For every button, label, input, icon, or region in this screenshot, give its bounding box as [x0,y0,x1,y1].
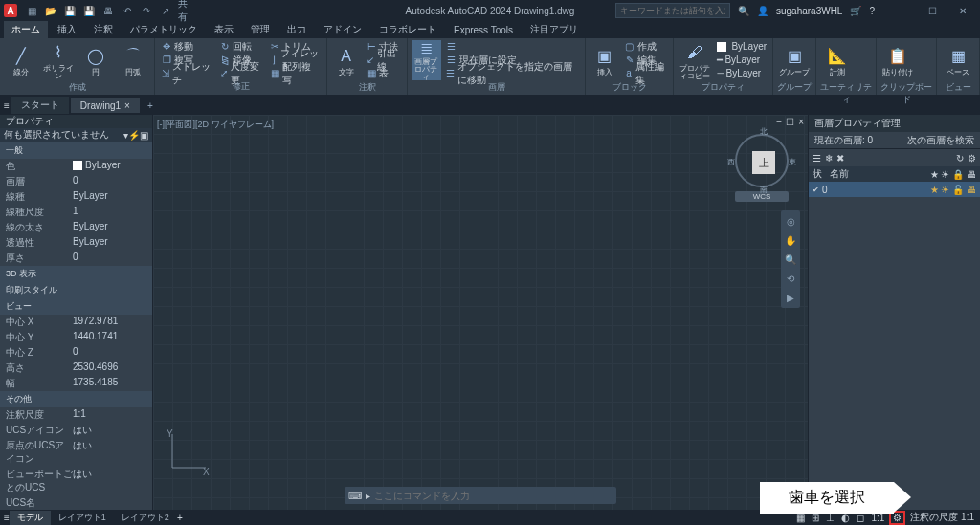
prop-lineweight-value[interactable]: ByLayer [73,221,146,234]
nav-zoom-icon[interactable]: 🔍 [783,251,798,268]
layer-match-button[interactable]: ☰ [444,40,582,53]
selection-dropdown[interactable]: 何も選択されていません▾⚡▣ [0,128,152,142]
tab-featured[interactable]: 注目アプリ [523,21,586,38]
viewcube-north[interactable]: 北 [760,126,768,137]
prop-color-value[interactable]: ByLayer [73,160,146,173]
prop-ucsicon-value[interactable]: はい [73,424,146,437]
nav-orbit-icon[interactable]: ⟲ [783,270,798,287]
prop-ltscale-value[interactable]: 1 [73,206,146,219]
block-insert-button[interactable]: ▣挿入 [590,40,619,80]
stretch-button[interactable]: ⇲ストレッチ [159,67,214,79]
layout-tab-layout1[interactable]: レイアウト1 [51,511,114,525]
nav-showmotion-icon[interactable]: ▶ [783,289,798,306]
file-tab-start[interactable]: スタート [11,97,69,114]
qat-save-icon[interactable]: 💾 [63,4,77,17]
prop-height-value[interactable]: 2530.4696 [73,361,146,375]
tab-view[interactable]: 表示 [207,21,241,38]
qat-new-icon[interactable]: ▦ [25,4,38,17]
prop-transparency-value[interactable]: ByLayer [73,236,146,250]
prop-centery-value[interactable]: 1440.1741 [73,331,146,344]
group-button[interactable]: ▣グループ [777,40,812,80]
new-tab-button[interactable]: + [142,98,159,113]
tab-annotate[interactable]: 注釈 [86,21,121,38]
prop-ucspervp-value[interactable]: はい [73,468,146,494]
tab-manage[interactable]: 管理 [243,21,278,38]
block-create-button[interactable]: ▢作成 [622,40,669,53]
nav-pan-icon[interactable]: ✋ [783,231,798,249]
polyline-button[interactable]: ⌇ポリライン [41,40,76,80]
viewport-minimize-icon[interactable]: − [776,117,782,127]
quickselect-icon[interactable]: ⚡ [128,130,140,141]
viewcube-east[interactable]: 東 [789,157,796,167]
viewport-maximize-icon[interactable]: ☐ [786,117,794,127]
layer-row-0[interactable]: ✔ 0 ★ ☀ 🔓 🖶 [809,182,980,197]
rotate-button[interactable]: ↻回転 [217,40,264,53]
layer-move-button[interactable]: ☰オブジェクトを指定の画層に移動 [444,67,582,79]
prop-centerx-value[interactable]: 1972.9781 [73,316,146,329]
command-line[interactable]: ⌨ ▸ [345,487,616,504]
tab-collab[interactable]: コラボレート [371,21,444,38]
viewcube-west[interactable]: 西 [727,157,735,167]
prop-annoscale-value[interactable]: 1:1 [73,408,146,422]
status-ortho-icon[interactable]: ⊥ [824,513,836,523]
measure-button[interactable]: 📐計測 [820,40,855,80]
nav-wheel-icon[interactable]: ◎ [783,212,798,230]
hamburger-icon[interactable]: ≡ [4,100,10,111]
ucs-icon[interactable]: Y X [163,429,211,477]
close-button[interactable]: ✕ [949,2,976,19]
linetype-dropdown[interactable]: ─ByLayer [715,67,768,79]
tab-home[interactable]: ホーム [4,21,48,38]
qat-redo-icon[interactable]: ↷ [140,4,153,17]
viewcube-south[interactable]: 南 [760,185,768,195]
viewport-label[interactable]: [-][平面図][2D ワイヤフレーム] [157,119,274,131]
text-button[interactable]: A文字 [331,40,361,80]
user-icon[interactable]: 👤 [757,6,768,16]
help-icon[interactable]: ? [869,6,875,16]
baseview-button[interactable]: ▦ベース [941,40,975,80]
prop-centerz-value[interactable]: 0 [73,346,146,360]
circle-button[interactable]: ◯円 [78,40,113,80]
layer-delete-icon[interactable]: ✖ [836,153,844,164]
qat-share-label[interactable]: 共有 [178,4,191,17]
match-properties-button[interactable]: 🖌プロパティコピー [678,40,712,80]
username[interactable]: sugahara3WHL [776,6,842,16]
layer-settings-icon[interactable]: ⚙ [968,153,976,164]
array-button[interactable]: ▦配列複写 [267,67,323,79]
qat-undo-icon[interactable]: ↶ [121,4,134,17]
tab-close-icon[interactable]: × [124,100,130,111]
block-attrib-button[interactable]: a属性編集 [622,67,669,79]
prop-layer-value[interactable]: 0 [73,175,146,188]
line-button[interactable]: ╱線分 [4,40,38,80]
move-button[interactable]: ✥移動 [159,40,214,53]
color-dropdown[interactable]: ByLayer [715,40,768,53]
viewcube-top-face[interactable]: 上 [752,151,775,174]
paste-button[interactable]: 📋貼り付け [880,40,915,80]
layer-freeze-icon[interactable]: ❄ [825,153,833,164]
status-snap-icon[interactable]: ⊞ [810,513,821,523]
status-osnap-icon[interactable]: ◻ [855,513,866,523]
file-tab-drawing1[interactable]: Drawing1× [71,98,140,113]
drawing-canvas[interactable]: [-][平面図][2D ワイヤフレーム] −☐× 北 南 東 西 上 WCS ◎… [153,115,808,510]
lineweight-dropdown[interactable]: ━ByLayer [715,54,768,66]
status-polar-icon[interactable]: ◐ [839,513,852,523]
tab-output[interactable]: 出力 [279,21,314,38]
viewcube[interactable]: 北 南 東 西 上 WCS [735,134,789,187]
help-search-input[interactable] [615,3,730,18]
tab-insert[interactable]: 挿入 [50,21,84,38]
minimize-button[interactable]: − [888,2,915,19]
status-scale[interactable]: 1:1 [869,513,886,523]
qat-share-icon[interactable]: ↗ [159,4,172,17]
tab-express[interactable]: Express Tools [446,23,521,37]
tab-parametric[interactable]: パラメトリック [122,21,205,38]
pickadd-icon[interactable]: ▣ [140,130,148,141]
scale-button[interactable]: ⤢尺度変更 [217,67,264,79]
qat-saveas-icon[interactable]: 💾 [82,4,96,17]
prop-ucsorigin-value[interactable]: はい [73,439,146,466]
tab-addins[interactable]: アドイン [316,21,369,38]
maximize-button[interactable]: ☐ [919,2,946,19]
table-button[interactable]: ▦表 [364,67,403,79]
layout-tab-layout2[interactable]: レイアウト2 [114,511,177,525]
col-status[interactable]: 状 [813,167,830,181]
command-input[interactable] [374,491,612,501]
prop-ucsname-value[interactable] [73,496,146,510]
